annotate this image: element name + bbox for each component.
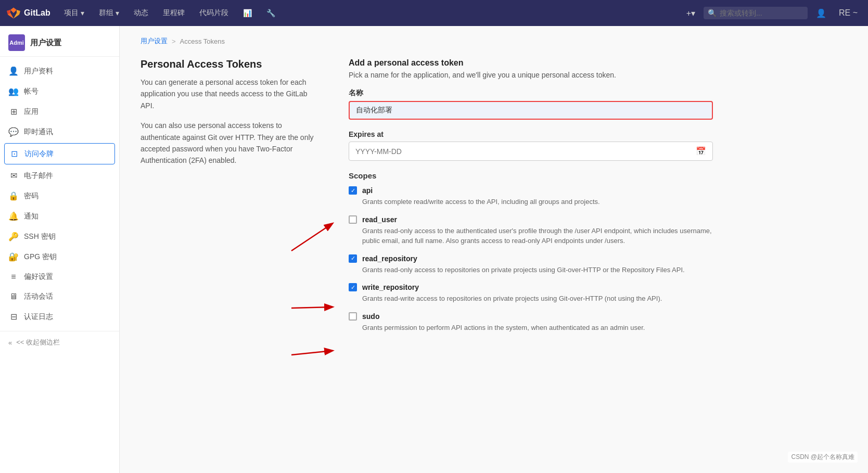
sidebar-item-label: 访问令牌 (24, 149, 54, 159)
sidebar-item-label: 通知 (24, 212, 39, 221)
sidebar-item-chat[interactable]: 💬 即时通讯 (0, 122, 119, 142)
chat-icon: 💬 (8, 127, 19, 137)
add-token-title: Add a personal access token (349, 58, 713, 68)
email-icon: ✉ (8, 171, 19, 181)
token-icon: ⊡ (9, 149, 19, 159)
scope-sudo-checkbox[interactable] (349, 312, 357, 321)
collapse-sidebar-button[interactable]: « << 收起侧边栏 (0, 331, 119, 353)
breadcrumb-parent[interactable]: 用户设置 (141, 36, 168, 46)
sidebar-item-label: 活动会话 (24, 292, 53, 301)
nav-projects[interactable]: 项目 ▾ (59, 5, 90, 21)
gitlab-logo-icon (6, 6, 21, 20)
collapse-icon: « (8, 339, 12, 347)
expires-label: Expires at (349, 130, 713, 138)
search-icon: 🔍 (708, 9, 717, 17)
nav-activity[interactable]: 动态 (129, 5, 154, 21)
sidebar-item-notifications[interactable]: 🔔 通知 (0, 206, 119, 226)
chevron-down-icon: ▾ (116, 9, 119, 17)
left-description-panel: Personal Access Tokens You can generate … (141, 58, 317, 343)
sidebar-menu: 👤 用户资料 👥 帐号 ⊞ 应用 💬 即时通讯 ⊡ 访问令牌 ✉ 电子邮件 (0, 57, 119, 331)
scope-write-repo-label: write_repository (362, 283, 419, 291)
nav-milestones[interactable]: 里程碑 (158, 5, 190, 21)
account-icon: 👥 (8, 86, 19, 96)
page-title: Personal Access Tokens (141, 58, 317, 70)
expires-form-group: Expires at 📅 (349, 130, 713, 161)
scope-api: api Grants complete read/write access to… (349, 186, 713, 207)
sidebar-item-password[interactable]: 🔒 密码 (0, 186, 119, 206)
ssh-icon: 🔑 (8, 232, 19, 241)
add-token-desc: Pick a name for the application, and we'… (349, 71, 713, 79)
profile-icon: 👤 (8, 66, 19, 76)
description-2: You can also use personal access tokens … (141, 120, 317, 167)
sidebar-item-label: 即时通讯 (24, 127, 53, 137)
chevron-down-icon: ▾ (81, 9, 84, 17)
scope-read-user-checkbox[interactable] (349, 215, 357, 224)
applications-icon: ⊞ (8, 107, 19, 117)
sidebar-title: 用户设置 (30, 38, 61, 48)
sidebar-item-label: 电子邮件 (24, 171, 53, 181)
sidebar-item-auth-log[interactable]: ⊟ 认证日志 (0, 306, 119, 327)
nav-chart-icon[interactable]: 📊 (238, 6, 257, 20)
scope-write-repository: write_repository Grants read-write acces… (349, 283, 713, 304)
sidebar: Admi 用户设置 👤 用户资料 👥 帐号 ⊞ 应用 💬 即时通讯 ⊡ 访问 (0, 26, 120, 473)
preferences-icon: ≡ (8, 272, 19, 282)
sidebar-item-ssh-keys[interactable]: 🔑 SSH 密钥 (0, 226, 119, 247)
sidebar-item-account[interactable]: 👥 帐号 (0, 81, 119, 101)
sidebar-item-label: 帐号 (24, 87, 39, 96)
nav-add-button[interactable]: +▾ (682, 6, 699, 20)
name-label: 名称 (349, 88, 713, 98)
breadcrumb-separator: > (172, 37, 176, 45)
log-icon: ⊟ (8, 312, 19, 322)
sidebar-item-label: 应用 (24, 107, 39, 117)
nav-snippets[interactable]: 代码片段 (194, 5, 234, 21)
scope-api-checkbox[interactable] (349, 186, 357, 195)
sidebar-item-email[interactable]: ✉ 电子邮件 (0, 165, 119, 186)
avatar: Admi (8, 34, 25, 51)
calendar-icon: 📅 (696, 146, 706, 156)
sidebar-item-applications[interactable]: ⊞ 应用 (0, 101, 119, 122)
lock-icon: 🔒 (8, 191, 19, 201)
sidebar-header: Admi 用户设置 (0, 26, 119, 57)
scope-api-label: api (362, 186, 373, 195)
nav-user-icon[interactable]: 👤 (812, 6, 831, 20)
nav-groups[interactable]: 群组 ▾ (94, 5, 124, 21)
scope-api-desc: Grants complete read/write access to the… (349, 197, 713, 207)
sidebar-item-active-sessions[interactable]: 🖥 活动会话 (0, 287, 119, 306)
sidebar-item-preferences[interactable]: ≡ 偏好设置 (0, 267, 119, 287)
top-navigation: GitLab 项目 ▾ 群组 ▾ 动态 里程碑 代码片段 📊 🔧 +▾ 🔍 👤 … (0, 0, 868, 26)
sidebar-item-label: 密码 (24, 191, 39, 201)
search-bar[interactable]: 🔍 (704, 7, 808, 19)
sidebar-item-label: 偏好设置 (24, 272, 53, 282)
gitlab-wordmark: GitLab (24, 8, 50, 18)
sessions-icon: 🖥 (8, 292, 19, 301)
gpg-icon: 🔐 (8, 252, 19, 262)
breadcrumb: 用户设置 > Access Tokens (141, 36, 847, 46)
name-form-group: 名称 (349, 88, 713, 120)
scope-read-user-desc: Grants read-only access to the authentic… (349, 226, 713, 246)
expires-input[interactable] (355, 147, 696, 156)
bell-icon: 🔔 (8, 211, 19, 221)
scope-sudo-desc: Grants permission to perform API actions… (349, 323, 713, 333)
scope-write-repo-desc: Grants read-write access to repositories… (349, 293, 713, 304)
sidebar-item-access-tokens[interactable]: ⊡ 访问令牌 (4, 143, 115, 164)
sidebar-item-gpg-keys[interactable]: 🔐 GPG 密钥 (0, 247, 119, 267)
sidebar-item-label: 用户资料 (24, 67, 53, 76)
scope-read-repo-checkbox[interactable] (349, 254, 357, 263)
search-input[interactable] (720, 9, 803, 17)
nav-wrench-icon[interactable]: 🔧 (261, 6, 280, 20)
sidebar-item-label: SSH 密钥 (24, 232, 56, 241)
collapse-label: << 收起侧边栏 (16, 338, 60, 347)
scope-sudo-label: sudo (362, 312, 379, 321)
svg-line-2 (291, 351, 332, 355)
nav-settings-icon[interactable]: RE ~ (835, 6, 862, 20)
name-input[interactable] (349, 101, 713, 120)
scope-read-user-label: read_user (362, 215, 397, 224)
breadcrumb-current: Access Tokens (180, 37, 225, 45)
expires-input-wrapper[interactable]: 📅 (349, 142, 713, 161)
gitlab-logo[interactable]: GitLab (6, 6, 50, 20)
main-content: 用户设置 > Access Tokens Personal Access Tok… (120, 26, 868, 473)
sidebar-item-profile[interactable]: 👤 用户资料 (0, 61, 119, 81)
scopes-section: Scopes api Grants complete read/write ac… (349, 171, 713, 333)
scope-read-repo-label: read_repository (362, 254, 417, 263)
scope-write-repo-checkbox[interactable] (349, 283, 357, 291)
